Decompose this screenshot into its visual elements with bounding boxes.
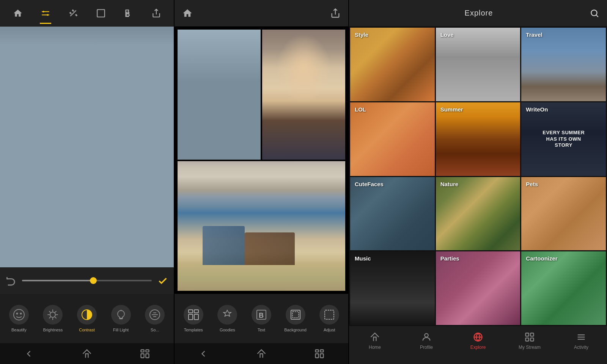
goodies-tool[interactable]: Goodies <box>214 305 241 332</box>
nav-mystream[interactable]: My Stream <box>514 331 545 350</box>
beautify-tool[interactable]: Beautify <box>6 305 32 332</box>
adjust-label: Adjust <box>324 328 335 332</box>
collage-home-icon[interactable] <box>182 8 193 19</box>
tools-row: Beautify Brightness Contrast Fill Light … <box>0 294 174 343</box>
svg-rect-32 <box>141 354 144 358</box>
home-nav-icon <box>370 331 380 342</box>
beautify-icon <box>9 305 29 325</box>
svg-point-12 <box>16 313 18 315</box>
svg-rect-5 <box>97 9 105 17</box>
explore-panel: Explore Style Love Travel LOL <box>349 0 607 364</box>
goodies-label: Goodies <box>220 328 235 332</box>
profile-nav-label: Profile <box>420 345 433 350</box>
category-nature[interactable]: Nature <box>436 177 521 251</box>
travel-label: Travel <box>526 31 542 38</box>
back-nav-icon[interactable] <box>24 348 34 359</box>
svg-rect-36 <box>194 310 198 313</box>
home-nav-label: Home <box>369 345 381 350</box>
home-nav-icon[interactable] <box>82 348 92 359</box>
bold-icon[interactable]: B <box>121 6 136 21</box>
home-icon[interactable] <box>10 6 25 21</box>
collage-cell-2[interactable] <box>262 30 345 160</box>
nav-explore[interactable]: Explore <box>463 331 493 350</box>
text-tool[interactable]: B Text <box>248 305 275 332</box>
collage-cell-1[interactable] <box>178 30 261 160</box>
brightness-tool[interactable]: Brightness <box>39 305 66 332</box>
collage-share-icon[interactable] <box>330 8 341 19</box>
profile-nav-icon <box>421 331 432 342</box>
collage-home-nav-icon[interactable] <box>256 348 267 359</box>
confirm-button[interactable] <box>157 275 168 286</box>
collage-recents-icon[interactable] <box>314 348 325 359</box>
collage-back-icon[interactable] <box>198 348 209 359</box>
mystream-nav-icon <box>524 331 535 342</box>
collage-cell-3[interactable] <box>178 161 345 291</box>
nav-profile[interactable]: Profile <box>411 331 442 350</box>
category-music[interactable]: Music <box>350 251 435 325</box>
writeon-label: WriteOn <box>526 106 548 113</box>
nav-home[interactable]: Home <box>360 331 390 350</box>
editor-nav-bar <box>0 343 174 364</box>
extra-label: So... <box>151 328 159 332</box>
goodies-icon <box>217 305 237 325</box>
contrast-icon <box>77 305 97 325</box>
svg-rect-33 <box>146 354 149 358</box>
editor-toolbar: B <box>0 0 174 27</box>
undo-button[interactable] <box>6 275 16 286</box>
recents-nav-icon[interactable] <box>140 348 150 359</box>
background-icon <box>286 305 305 325</box>
wand-icon[interactable] <box>66 6 81 21</box>
explore-nav-icon <box>473 331 483 342</box>
contrast-slider[interactable] <box>22 280 152 281</box>
nav-activity[interactable]: Activity <box>566 331 596 350</box>
category-writeon[interactable]: WriteOn EVERY SUMMER HAS ITS OWN STORY <box>521 102 606 176</box>
svg-point-14 <box>50 312 55 317</box>
fill-light-icon <box>111 305 131 325</box>
svg-point-50 <box>425 334 428 337</box>
category-cutefaces[interactable]: CuteFaces <box>350 177 435 251</box>
collage-toolbar <box>175 0 348 27</box>
fill-light-tool[interactable]: Fill Light <box>108 305 134 332</box>
svg-rect-53 <box>526 333 529 336</box>
explore-toolbar: Explore <box>349 0 607 27</box>
extra-icon <box>145 305 165 325</box>
category-summer[interactable]: Summer <box>436 102 521 176</box>
crop-icon[interactable] <box>93 6 109 21</box>
fill-light-label: Fill Light <box>113 328 129 332</box>
svg-rect-37 <box>189 314 193 320</box>
adjust-tool[interactable]: Adjust <box>316 305 343 332</box>
explore-nav-bar: Home Profile Explore My Stream Activity <box>349 326 607 364</box>
background-tool[interactable]: Background <box>282 305 309 332</box>
activity-nav-label: Activity <box>574 345 588 350</box>
cartoonizer-label: Cartoonizer <box>526 255 557 262</box>
editor-panel: B Beautify <box>0 0 175 364</box>
lol-label: LOL <box>355 106 366 113</box>
category-style[interactable]: Style <box>350 28 435 101</box>
category-travel[interactable]: Travel <box>521 28 606 101</box>
svg-rect-46 <box>315 354 318 358</box>
collage-nav-bar <box>175 343 348 364</box>
love-label: Love <box>440 31 454 38</box>
search-icon[interactable] <box>590 8 599 18</box>
mystream-nav-label: My Stream <box>519 345 541 350</box>
templates-label: Templates <box>184 328 203 332</box>
category-cartoonizer[interactable]: Cartoonizer <box>521 251 606 325</box>
svg-rect-43 <box>325 310 334 319</box>
category-lol[interactable]: LOL <box>350 102 435 176</box>
category-pets[interactable]: Pets <box>521 177 606 251</box>
share-icon[interactable] <box>149 6 164 21</box>
extra-tool[interactable]: So... <box>142 305 168 332</box>
category-love[interactable]: Love <box>436 28 521 101</box>
svg-rect-47 <box>320 354 323 358</box>
contrast-label: Contrast <box>79 328 95 332</box>
sliders-icon[interactable] <box>38 6 53 21</box>
text-icon: B <box>252 305 271 325</box>
style-label: Style <box>355 31 368 38</box>
templates-tool[interactable]: Templates <box>180 305 207 332</box>
activity-nav-icon <box>576 331 587 342</box>
svg-line-22 <box>49 317 50 318</box>
explore-title: Explore <box>465 9 493 17</box>
category-parties[interactable]: Parties <box>436 251 521 325</box>
svg-line-21 <box>55 311 57 312</box>
contrast-tool[interactable]: Contrast <box>74 305 100 332</box>
